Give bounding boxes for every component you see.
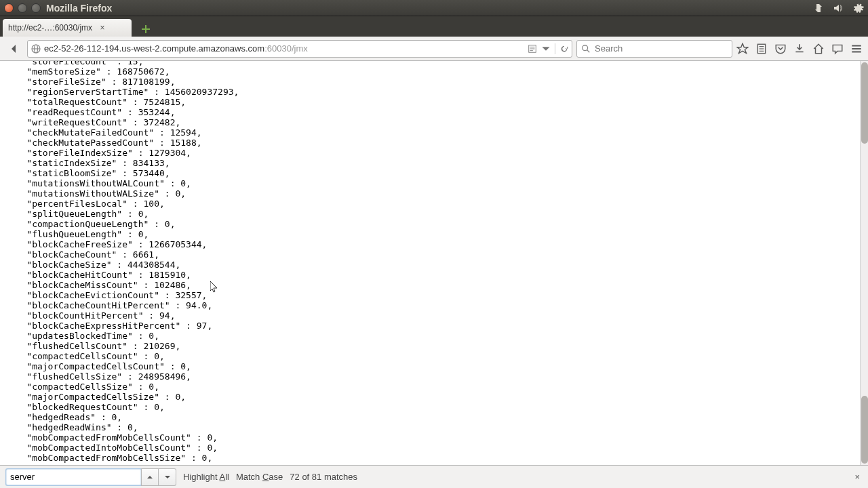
- volume-icon[interactable]: [833, 3, 844, 14]
- reload-icon[interactable]: [559, 44, 569, 54]
- downloads-icon[interactable]: [793, 43, 806, 55]
- find-prev-button[interactable]: [141, 468, 159, 486]
- settings-gear-icon[interactable]: [853, 3, 864, 14]
- window-buttons: [4, 3, 41, 13]
- vertical-scrollbar[interactable]: [860, 61, 868, 465]
- search-icon: [581, 44, 591, 54]
- navigation-toolbar: ec2-52-26-112-194.us-west-2.compute.amaz…: [0, 37, 868, 61]
- pocket-icon[interactable]: [774, 43, 787, 55]
- window-maximize-button[interactable]: [31, 3, 41, 13]
- system-title-bar: Mozilla Firefox: [0, 0, 868, 16]
- window-minimize-button[interactable]: [18, 3, 27, 13]
- scroll-thumb-bottom[interactable]: [861, 396, 868, 464]
- network-icon[interactable]: [812, 3, 823, 14]
- menu-icon[interactable]: [850, 43, 863, 55]
- url-bar[interactable]: ec2-52-26-112-194.us-west-2.compute.amaz…: [27, 40, 572, 58]
- tab-title: http://ec2-…:60030/jmx: [8, 23, 92, 33]
- scroll-thumb-top[interactable]: [861, 62, 868, 144]
- find-input[interactable]: [5, 468, 141, 486]
- match-case-toggle[interactable]: Match Case: [236, 472, 283, 482]
- find-match-count: 72 of 81 matches: [290, 472, 357, 482]
- highlight-all-toggle[interactable]: Highlight All: [183, 472, 229, 482]
- find-bar: Highlight All Match Case 72 of 81 matche…: [0, 465, 868, 488]
- find-close-button[interactable]: ×: [852, 469, 863, 485]
- home-icon[interactable]: [812, 43, 825, 55]
- search-input[interactable]: [595, 43, 728, 54]
- back-button[interactable]: [5, 40, 23, 58]
- find-next-button[interactable]: [159, 468, 176, 486]
- chat-icon[interactable]: [831, 43, 844, 55]
- svg-point-7: [583, 45, 588, 50]
- tab-strip: http://ec2-…:60030/jmx ×: [0, 16, 868, 37]
- tab-close-button[interactable]: ×: [98, 23, 107, 33]
- page-viewport: "storeFileCount" : 15, "memStoreSize" : …: [0, 61, 868, 465]
- browser-tab[interactable]: http://ec2-…:60030/jmx ×: [3, 19, 132, 37]
- json-content[interactable]: "storeFileCount" : 15, "memStoreSize" : …: [0, 61, 868, 463]
- window-close-button[interactable]: [4, 3, 14, 13]
- search-bar[interactable]: [576, 40, 732, 58]
- system-tray: [812, 3, 864, 14]
- svg-line-8: [587, 49, 590, 52]
- globe-icon: [31, 43, 41, 54]
- url-text: ec2-52-26-112-194.us-west-2.compute.amaz…: [44, 43, 308, 54]
- new-tab-button[interactable]: [138, 22, 153, 37]
- bookmarks-list-icon[interactable]: [755, 43, 768, 55]
- bookmark-star-icon[interactable]: [736, 43, 749, 55]
- reader-mode-icon[interactable]: [528, 44, 537, 54]
- app-title: Mozilla Firefox: [46, 3, 112, 14]
- dropdown-history-icon[interactable]: [541, 44, 551, 54]
